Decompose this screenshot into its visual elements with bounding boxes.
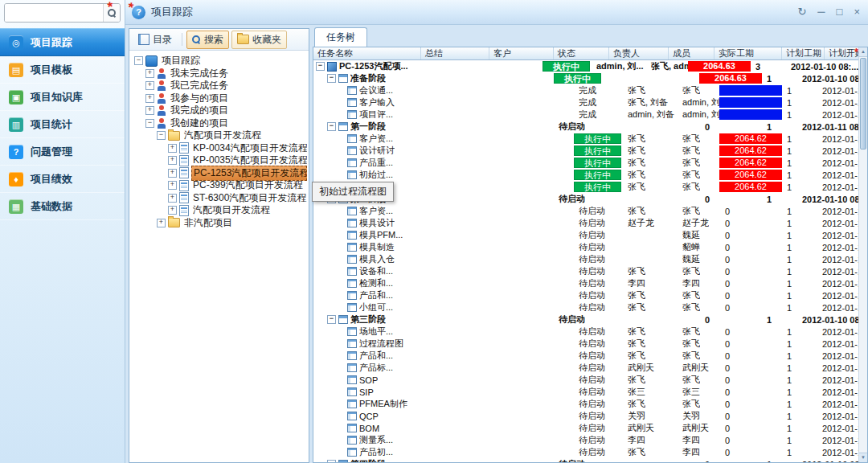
task-row[interactable]: 产品和...待启动张飞张飞012012-01-10 08:45... xyxy=(313,350,859,362)
tree-node[interactable]: +我已完成任务 xyxy=(131,80,307,92)
task-row[interactable]: 执行中张飞张飞2064.6212012-01-11 08:45... xyxy=(313,181,859,193)
tree-expander-icon[interactable]: + xyxy=(168,194,177,203)
column-header[interactable]: 任务名称 xyxy=(313,47,421,59)
tree-node[interactable]: −项目跟踪 xyxy=(131,55,307,68)
owner-cell: 武刚天 xyxy=(624,362,654,374)
task-row[interactable]: −第一阶段待启动012012-01-11 08:... xyxy=(313,121,859,133)
scroll-thumb[interactable] xyxy=(860,58,866,150)
maximize-icon[interactable]: □ xyxy=(837,6,843,18)
tree-expander-icon[interactable]: − xyxy=(157,131,166,140)
sidebar-item-1[interactable]: ▤项目模板 xyxy=(0,56,125,84)
task-row[interactable]: 设备和...待启动张飞张飞012012-01-10 08:45... xyxy=(313,265,859,277)
task-row[interactable]: −第二阶段待启动012012-01-10 08:... xyxy=(313,193,859,205)
task-row[interactable]: −第三阶段待启动012012-01-10 08:... xyxy=(313,313,859,326)
task-row[interactable]: 客户资...执行中张飞张飞2064.6212012-01-11 08:45... xyxy=(313,133,859,145)
sidebar-item-0[interactable]: ◎项目跟踪 xyxy=(0,28,125,56)
column-header[interactable]: 计划工期 xyxy=(782,47,825,59)
task-row[interactable]: BOM待启动武刚天武刚天012012-01-10 08:45... xyxy=(313,422,859,434)
tree-expander-icon[interactable]: − xyxy=(134,56,143,65)
tree-expander-icon[interactable]: + xyxy=(168,169,177,178)
tree-expander-icon[interactable]: − xyxy=(145,119,154,128)
catalog-button[interactable]: 目录 xyxy=(133,31,178,49)
task-row[interactable]: 场地平...待启动张飞张飞012012-01-10 08:45... xyxy=(313,326,859,338)
column-header[interactable]: 客户 xyxy=(489,47,554,59)
refresh-icon[interactable]: ↻ xyxy=(797,6,806,18)
search-input[interactable] xyxy=(5,4,103,22)
sidebar-item-6[interactable]: ▦基础数据 xyxy=(0,193,125,220)
tree-expander-icon[interactable]: + xyxy=(168,181,177,190)
tree-node[interactable]: +我未完成任务 xyxy=(131,68,307,80)
task-row[interactable]: 客户资...待启动张飞张飞012012-01-10 08:45... xyxy=(313,205,859,217)
task-row[interactable]: 产品初...待启动张飞李四012012-01-10 08:45... xyxy=(313,446,859,458)
tree-expander-icon[interactable]: + xyxy=(145,94,154,103)
task-row[interactable]: QCP待启动关羽关羽012012-01-10 08:45... xyxy=(313,410,859,422)
row-expander-icon[interactable]: − xyxy=(327,315,336,324)
search-tab-button[interactable]: 搜索 xyxy=(186,31,229,49)
tree-expander-icon[interactable]: + xyxy=(145,81,154,90)
task-row[interactable]: 设计研讨执行中张飞张飞2064.6212012-01-11 08:45... xyxy=(313,145,859,157)
tree-node[interactable]: +PC-399汽配项目开发流程 xyxy=(131,179,307,192)
row-expander-icon[interactable]: − xyxy=(327,122,336,131)
minimize-icon[interactable]: ─ xyxy=(817,6,825,18)
task-row[interactable]: 初始过...执行中张飞张飞2064.6212012-01-11 08:45... xyxy=(313,169,859,181)
sidebar-item-2[interactable]: ▣项目知识库 xyxy=(0,84,125,111)
row-expander-icon[interactable]: − xyxy=(327,74,336,83)
task-row[interactable]: 模具制造待启动貂蝉012012-01-10 08:45... xyxy=(313,241,859,253)
tree-node[interactable]: +PC-1253汽配项目开发流程 xyxy=(131,167,307,180)
task-row[interactable]: 客户输入完成张飞, 刘备admin, 刘...12012-01-10 08:45… xyxy=(313,96,859,109)
vertical-scrollbar[interactable]: ▲ ▼ xyxy=(858,47,867,462)
tree-expander-icon[interactable]: + xyxy=(168,144,177,153)
task-row[interactable]: 模具PFM...待启动魏延012012-01-10 08:45... xyxy=(313,229,859,241)
task-row[interactable]: 测量系...待启动李四李四012012-01-10 08:45... xyxy=(313,434,859,446)
row-expander-icon[interactable]: − xyxy=(327,460,336,462)
tree-node[interactable]: +KP-0034汽配项目开发流程 xyxy=(131,142,307,155)
tree-expander-icon[interactable]: + xyxy=(157,219,166,227)
task-row[interactable]: 产品标...待启动武刚天武刚天012012-01-10 08:45... xyxy=(313,362,859,374)
tree-node[interactable]: +我参与的项目 xyxy=(131,92,307,105)
sidebar-item-3[interactable]: ▥项目统计 xyxy=(0,111,125,138)
task-row[interactable]: −准备阶段执行中2064.6312012-01-10 08:... xyxy=(313,72,859,84)
tree-node[interactable]: +非汽配项目 xyxy=(131,217,307,230)
task-row[interactable]: −第四阶段待启动012012-01-10 08:... xyxy=(313,458,859,462)
task-row[interactable]: 会议通...完成张飞张飞12012-01-10 08:45... xyxy=(313,84,859,96)
close-icon[interactable]: × xyxy=(854,6,860,18)
task-row[interactable]: 产品和...待启动张飞张飞012012-01-10 08:45... xyxy=(313,289,859,301)
task-row[interactable]: 产品重...执行中张飞张飞2064.6212012-01-11 08:45... xyxy=(313,157,859,169)
tree-expander-icon[interactable]: + xyxy=(145,69,154,78)
task-name: 检测和... xyxy=(359,277,393,289)
task-row[interactable]: SOP待启动张飞张飞012012-01-10 08:45... xyxy=(313,374,859,386)
row-expander-icon[interactable]: − xyxy=(316,62,325,71)
tree-node[interactable]: +我完成的项目 xyxy=(131,104,307,117)
tree-expander-icon[interactable]: + xyxy=(168,156,177,165)
task-row[interactable]: −PC-1253汽配项...执行中admin, 刘...张飞, adm...20… xyxy=(313,60,859,72)
sidebar-item-5[interactable]: ♦项目绩效 xyxy=(0,166,125,193)
task-row[interactable]: PFMEA制作待启动张飞张飞012012-01-10 08:45... xyxy=(313,398,859,410)
task-row[interactable]: 模具设计待启动赵子龙赵子龙012012-01-10 08:45... xyxy=(313,217,859,229)
favorites-button[interactable]: 收藏夹 xyxy=(231,31,287,49)
task-icon xyxy=(347,339,357,348)
toolbar-separator xyxy=(182,33,182,46)
status-text: 待启动 xyxy=(573,241,605,253)
task-row[interactable]: SIP待启动张三张三012012-01-10 08:45... xyxy=(313,386,859,398)
tree-node[interactable]: −我创建的项目 xyxy=(131,117,307,130)
tree-node[interactable]: +汽配项目开发流程 xyxy=(131,204,307,217)
sidebar-item-label: 项目绩效 xyxy=(31,172,72,186)
scroll-up-icon[interactable]: ▲ xyxy=(859,47,867,57)
task-row[interactable]: 模具入仓待启动魏延012012-01-10 08:45... xyxy=(313,253,859,265)
task-row[interactable]: 检测和...待启动李四李四012012-01-10 08:45... xyxy=(313,277,859,289)
column-header[interactable]: 成员 xyxy=(669,47,714,59)
column-header[interactable]: 负责人 xyxy=(609,47,669,59)
tab-task-tree[interactable]: 任务树 xyxy=(314,27,367,47)
task-row[interactable]: 项目评...完成admin, 刘备admin, 刘备12012-01-10 08… xyxy=(313,109,859,121)
column-header[interactable]: 总结 xyxy=(421,47,489,59)
tree-node[interactable]: +ST-6300汽配项目开发流程 xyxy=(131,192,307,205)
tree-node[interactable]: −汽配项目开发流程 xyxy=(131,129,307,142)
scroll-down-icon[interactable]: ▼ xyxy=(859,453,867,462)
column-header[interactable]: 实际工期 xyxy=(714,47,782,59)
tree-expander-icon[interactable]: + xyxy=(145,106,154,115)
task-row[interactable]: 过程流程图待启动张飞张飞012012-01-10 08:45... xyxy=(313,338,859,350)
sidebar-item-4[interactable]: ?问题管理 xyxy=(0,138,125,166)
column-header[interactable]: 状态 xyxy=(554,47,609,59)
task-row[interactable]: 小组可...待启动张飞张飞012012-01-10 08:45... xyxy=(313,301,859,313)
tree-expander-icon[interactable]: + xyxy=(168,206,177,215)
